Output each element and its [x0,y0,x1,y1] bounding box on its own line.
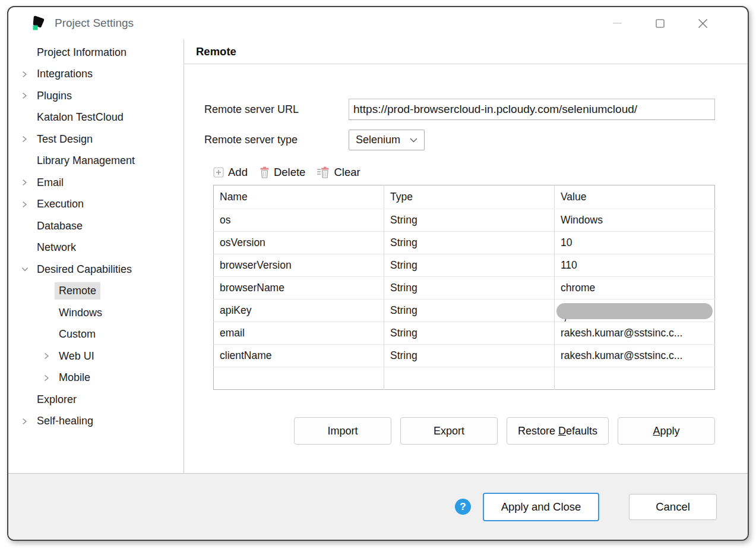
apply-button[interactable]: Apply [618,417,715,445]
chevron-right-icon [21,201,28,208]
sidebar-item-desired-capabilities[interactable]: Desired Capabilities [8,259,184,281]
cell-type[interactable]: String [384,209,554,232]
sidebar-item-self-healing[interactable]: Self-healing [8,411,184,433]
cell-name[interactable] [214,367,384,390]
chevron-right-slot[interactable] [39,374,55,382]
table-row-osVersion[interactable]: osVersionString10 [214,232,715,254]
table-row-browserName[interactable]: browserNameStringchrome [214,277,715,300]
chevron-right-icon [21,71,28,78]
cell-name[interactable]: apiKey [214,300,384,322]
cell-value[interactable]: Windows [554,209,714,232]
table-row-os[interactable]: osStringWindows [214,209,715,232]
sidebar-item-network[interactable]: Network [8,237,184,259]
cell-type[interactable] [384,367,554,390]
chevron-down-slot[interactable] [17,266,33,273]
cell-type[interactable]: String [384,345,554,367]
cell-type[interactable]: String [384,232,554,254]
close-button[interactable] [689,11,716,35]
sidebar-item-katalon-testcloud[interactable]: Katalon TestCloud [8,107,184,129]
table-row-email[interactable]: emailStringrakesh.kumar@sstsinc.c... [214,322,715,345]
restore-defaults-label: Restore Defaults [518,425,597,437]
sidebar-item-label: Mobile [55,369,94,386]
cancel-label: Cancel [656,500,690,514]
table-row-clientName[interactable]: clientNameStringrakesh.kumar@sstsinc.c..… [214,345,715,367]
cell-type[interactable]: String [384,322,554,345]
table-row-apiKey[interactable]: apiKeyString [214,300,715,322]
column-header-type[interactable]: Type [384,185,554,209]
cell-name[interactable]: browserVersion [214,254,384,277]
sidebar-item-project-information[interactable]: Project Information [8,42,184,64]
cell-value[interactable]: rakesh.kumar@sstsinc.c... [554,322,714,345]
clear-trash-icon [317,166,330,178]
sidebar-item-label: Custom [55,326,100,343]
cell-type[interactable]: String [384,254,554,277]
table-row-empty[interactable] [214,367,715,390]
sidebar-item-remote[interactable]: Remote [8,281,184,303]
chevron-right-slot[interactable] [17,179,33,186]
table-row-browserVersion[interactable]: browserVersionString110 [214,254,715,277]
sidebar-item-database[interactable]: Database [8,215,184,237]
cell-name[interactable]: email [214,322,384,345]
sidebar-item-label: Desired Capabilities [33,261,136,278]
add-button[interactable]: Add [213,166,248,179]
sidebar-item-label: Email [33,174,68,191]
chevron-right-slot[interactable] [17,136,33,143]
column-header-name[interactable]: Name [214,185,384,209]
sidebar-item-mobile[interactable]: Mobile [8,367,184,389]
apply-label: Apply [653,425,679,437]
cell-value[interactable] [554,367,714,390]
cell-name[interactable]: osVersion [214,232,384,254]
sidebar-item-email[interactable]: Email [8,172,184,194]
sidebar-item-integrations[interactable]: Integrations [8,64,184,86]
remote-server-url-input[interactable]: https://prod-browsercloud-in.pcloudy.com… [349,99,715,120]
cell-type[interactable]: String [384,300,554,322]
chevron-right-slot[interactable] [17,418,33,425]
sidebar-item-explorer[interactable]: Explorer [8,389,184,411]
import-button[interactable]: Import [294,417,391,445]
remote-server-type-row: Remote server type Selenium [204,130,715,150]
apply-and-close-button[interactable]: Apply and Close [483,493,599,521]
column-header-value[interactable]: Value [554,185,714,209]
sidebar-item-label: Project Information [33,44,131,61]
cell-type[interactable]: String [384,277,554,300]
clear-button[interactable]: Clear [317,166,360,179]
cancel-button[interactable]: Cancel [629,494,717,520]
export-button[interactable]: Export [400,417,498,445]
remote-server-url-row: Remote server URL https://prod-browsercl… [204,99,715,120]
main-panel: Remote Remote server URL https://prod-br… [184,39,748,473]
cell-value[interactable] [554,300,714,322]
chevron-right-slot[interactable] [17,201,33,208]
sidebar-item-execution[interactable]: Execution [8,194,184,216]
chevron-right-slot[interactable] [17,71,33,78]
sidebar-item-web-ui[interactable]: Web UI [8,345,184,367]
maximize-button[interactable] [647,11,673,35]
cell-value[interactable]: 10 [554,232,714,254]
cell-value[interactable]: 110 [554,254,714,277]
sidebar-item-label: Explorer [33,391,81,408]
sidebar-item-library-management[interactable]: Library Management [8,150,184,172]
window-title: Project Settings [55,17,134,30]
cell-value[interactable]: chrome [554,277,714,300]
chevron-down-icon [410,138,417,143]
help-icon[interactable]: ? [455,499,471,515]
delete-button[interactable]: Delete [260,166,305,179]
window-controls [604,11,748,35]
cell-name[interactable]: browserName [214,277,384,300]
sidebar-item-plugins[interactable]: Plugins [8,85,184,107]
dialog-footer: ? Apply and Close Cancel [8,473,748,540]
restore-defaults-button[interactable]: Restore Defaults [507,417,609,445]
minimize-button[interactable] [604,11,630,35]
add-label: Add [228,166,248,179]
sidebar-item-custom[interactable]: Custom [8,324,184,346]
chevron-right-slot[interactable] [39,352,55,360]
chevron-right-slot[interactable] [17,92,33,99]
cell-name[interactable]: clientName [214,345,384,367]
cell-name[interactable]: os [214,209,384,232]
sidebar-item-test-design[interactable]: Test Design [8,128,184,150]
cell-value[interactable]: rakesh.kumar@sstsinc.c... [554,345,714,367]
sidebar-item-windows[interactable]: Windows [8,302,184,324]
clear-label: Clear [334,166,360,179]
table-header-row: Name Type Value [214,185,715,209]
sidebar-item-label: Library Management [33,152,139,169]
remote-server-type-select[interactable]: Selenium [349,130,425,150]
